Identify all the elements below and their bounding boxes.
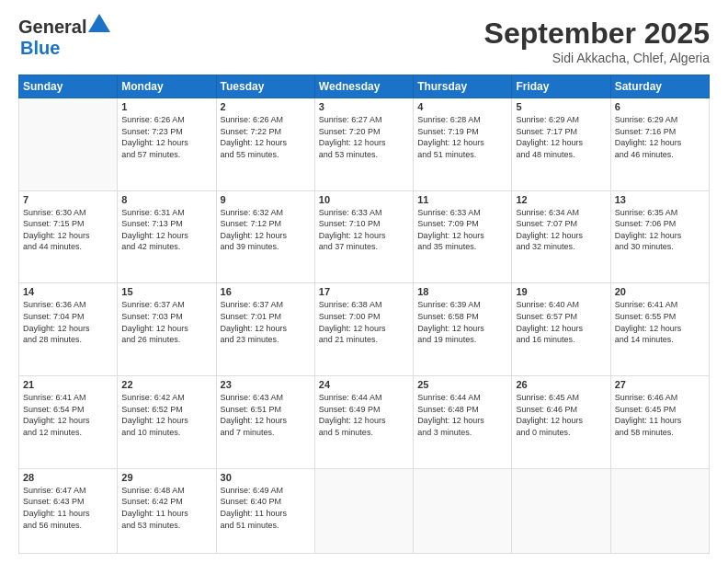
calendar-table: SundayMondayTuesdayWednesdayThursdayFrid… xyxy=(18,75,710,554)
calendar-day xyxy=(314,468,413,553)
day-info: Sunrise: 6:39 AM Sunset: 6:58 PM Dayligh… xyxy=(417,299,507,345)
day-info: Sunrise: 6:37 AM Sunset: 7:03 PM Dayligh… xyxy=(121,299,211,345)
calendar-day: 30Sunrise: 6:49 AM Sunset: 6:40 PM Dayli… xyxy=(216,468,314,553)
day-number: 10 xyxy=(319,194,409,205)
day-number: 26 xyxy=(516,379,606,390)
calendar-week-row: 1Sunrise: 6:26 AM Sunset: 7:23 PM Daylig… xyxy=(19,98,710,191)
day-number: 30 xyxy=(221,472,311,483)
day-info: Sunrise: 6:28 AM Sunset: 7:19 PM Dayligh… xyxy=(417,114,507,160)
day-header-friday: Friday xyxy=(512,75,610,98)
calendar-day: 6Sunrise: 6:29 AM Sunset: 7:16 PM Daylig… xyxy=(610,98,709,191)
day-info: Sunrise: 6:26 AM Sunset: 7:23 PM Dayligh… xyxy=(121,114,211,160)
day-info: Sunrise: 6:46 AM Sunset: 6:45 PM Dayligh… xyxy=(615,392,705,438)
calendar-week-row: 7Sunrise: 6:30 AM Sunset: 7:15 PM Daylig… xyxy=(19,190,710,283)
day-info: Sunrise: 6:44 AM Sunset: 6:49 PM Dayligh… xyxy=(319,392,409,438)
location: Sidi Akkacha, Chlef, Algeria xyxy=(484,51,710,65)
day-info: Sunrise: 6:33 AM Sunset: 7:10 PM Dayligh… xyxy=(319,207,409,253)
day-number: 7 xyxy=(23,194,113,205)
day-number: 24 xyxy=(319,379,409,390)
day-info: Sunrise: 6:29 AM Sunset: 7:17 PM Dayligh… xyxy=(516,114,606,160)
day-info: Sunrise: 6:42 AM Sunset: 6:52 PM Dayligh… xyxy=(121,392,211,438)
day-number: 28 xyxy=(23,472,113,483)
day-info: Sunrise: 6:44 AM Sunset: 6:48 PM Dayligh… xyxy=(417,392,507,438)
calendar-week-row: 21Sunrise: 6:41 AM Sunset: 6:54 PM Dayli… xyxy=(19,376,710,469)
day-header-monday: Monday xyxy=(118,75,216,98)
calendar-day xyxy=(414,468,512,553)
logo-general: General xyxy=(18,17,86,38)
calendar-day: 28Sunrise: 6:47 AM Sunset: 6:43 PM Dayli… xyxy=(19,468,118,553)
day-info: Sunrise: 6:38 AM Sunset: 7:00 PM Dayligh… xyxy=(319,299,409,345)
day-info: Sunrise: 6:45 AM Sunset: 6:46 PM Dayligh… xyxy=(516,392,606,438)
calendar-day: 23Sunrise: 6:43 AM Sunset: 6:51 PM Dayli… xyxy=(216,376,314,469)
day-info: Sunrise: 6:26 AM Sunset: 7:22 PM Dayligh… xyxy=(221,114,311,160)
day-header-tuesday: Tuesday xyxy=(216,75,314,98)
day-number: 16 xyxy=(221,286,311,297)
day-info: Sunrise: 6:49 AM Sunset: 6:40 PM Dayligh… xyxy=(221,485,311,531)
day-number: 22 xyxy=(121,379,211,390)
calendar-day xyxy=(512,468,610,553)
logo-blue: Blue xyxy=(20,38,60,58)
day-number: 4 xyxy=(417,101,507,112)
calendar-day: 3Sunrise: 6:27 AM Sunset: 7:20 PM Daylig… xyxy=(314,98,413,191)
day-number: 20 xyxy=(615,286,705,297)
day-header-wednesday: Wednesday xyxy=(314,75,413,98)
day-header-thursday: Thursday xyxy=(414,75,512,98)
calendar-day: 25Sunrise: 6:44 AM Sunset: 6:48 PM Dayli… xyxy=(414,376,512,469)
day-number: 27 xyxy=(615,379,705,390)
day-number: 29 xyxy=(121,472,211,483)
calendar-day: 24Sunrise: 6:44 AM Sunset: 6:49 PM Dayli… xyxy=(314,376,413,469)
calendar-day: 9Sunrise: 6:32 AM Sunset: 7:12 PM Daylig… xyxy=(216,190,314,283)
day-info: Sunrise: 6:47 AM Sunset: 6:43 PM Dayligh… xyxy=(23,485,113,531)
calendar-day: 2Sunrise: 6:26 AM Sunset: 7:22 PM Daylig… xyxy=(216,98,314,191)
calendar-day: 14Sunrise: 6:36 AM Sunset: 7:04 PM Dayli… xyxy=(19,283,118,376)
calendar-day: 18Sunrise: 6:39 AM Sunset: 6:58 PM Dayli… xyxy=(414,283,512,376)
day-info: Sunrise: 6:36 AM Sunset: 7:04 PM Dayligh… xyxy=(23,299,113,345)
calendar-week-row: 28Sunrise: 6:47 AM Sunset: 6:43 PM Dayli… xyxy=(19,468,710,553)
day-number: 5 xyxy=(516,101,606,112)
calendar-day: 12Sunrise: 6:34 AM Sunset: 7:07 PM Dayli… xyxy=(512,190,610,283)
calendar-day xyxy=(610,468,709,553)
day-number: 25 xyxy=(417,379,507,390)
calendar-day: 5Sunrise: 6:29 AM Sunset: 7:17 PM Daylig… xyxy=(512,98,610,191)
day-info: Sunrise: 6:40 AM Sunset: 6:57 PM Dayligh… xyxy=(516,299,606,345)
calendar-header-row: SundayMondayTuesdayWednesdayThursdayFrid… xyxy=(19,75,710,98)
title-block: September 2025 Sidi Akkacha, Chlef, Alge… xyxy=(484,17,710,65)
day-number: 17 xyxy=(319,286,409,297)
calendar-day: 13Sunrise: 6:35 AM Sunset: 7:06 PM Dayli… xyxy=(610,190,709,283)
day-number: 12 xyxy=(516,194,606,205)
calendar-day: 21Sunrise: 6:41 AM Sunset: 6:54 PM Dayli… xyxy=(19,376,118,469)
logo: General Blue xyxy=(18,17,110,59)
day-info: Sunrise: 6:48 AM Sunset: 6:42 PM Dayligh… xyxy=(121,485,211,531)
header: General Blue September 2025 Sidi Akkacha… xyxy=(18,17,710,65)
calendar-day: 4Sunrise: 6:28 AM Sunset: 7:19 PM Daylig… xyxy=(414,98,512,191)
day-info: Sunrise: 6:32 AM Sunset: 7:12 PM Dayligh… xyxy=(221,207,311,253)
day-info: Sunrise: 6:41 AM Sunset: 6:55 PM Dayligh… xyxy=(615,299,705,345)
day-number: 15 xyxy=(121,286,211,297)
logo-icon xyxy=(88,14,110,32)
day-info: Sunrise: 6:35 AM Sunset: 7:06 PM Dayligh… xyxy=(615,207,705,253)
calendar-day: 20Sunrise: 6:41 AM Sunset: 6:55 PM Dayli… xyxy=(610,283,709,376)
calendar-day: 26Sunrise: 6:45 AM Sunset: 6:46 PM Dayli… xyxy=(512,376,610,469)
day-info: Sunrise: 6:41 AM Sunset: 6:54 PM Dayligh… xyxy=(23,392,113,438)
day-header-sunday: Sunday xyxy=(19,75,118,98)
calendar-day: 16Sunrise: 6:37 AM Sunset: 7:01 PM Dayli… xyxy=(216,283,314,376)
day-number: 2 xyxy=(221,101,311,112)
day-info: Sunrise: 6:34 AM Sunset: 7:07 PM Dayligh… xyxy=(516,207,606,253)
calendar-day: 10Sunrise: 6:33 AM Sunset: 7:10 PM Dayli… xyxy=(314,190,413,283)
day-number: 3 xyxy=(319,101,409,112)
day-header-saturday: Saturday xyxy=(610,75,709,98)
calendar-day: 1Sunrise: 6:26 AM Sunset: 7:23 PM Daylig… xyxy=(118,98,216,191)
day-info: Sunrise: 6:31 AM Sunset: 7:13 PM Dayligh… xyxy=(121,207,211,253)
day-number: 8 xyxy=(121,194,211,205)
day-info: Sunrise: 6:43 AM Sunset: 6:51 PM Dayligh… xyxy=(221,392,311,438)
day-number: 21 xyxy=(23,379,113,390)
calendar-day: 27Sunrise: 6:46 AM Sunset: 6:45 PM Dayli… xyxy=(610,376,709,469)
calendar-day: 8Sunrise: 6:31 AM Sunset: 7:13 PM Daylig… xyxy=(118,190,216,283)
calendar-day xyxy=(19,98,118,191)
calendar-week-row: 14Sunrise: 6:36 AM Sunset: 7:04 PM Dayli… xyxy=(19,283,710,376)
calendar-day: 15Sunrise: 6:37 AM Sunset: 7:03 PM Dayli… xyxy=(118,283,216,376)
page: General Blue September 2025 Sidi Akkacha… xyxy=(0,0,728,563)
calendar-day: 17Sunrise: 6:38 AM Sunset: 7:00 PM Dayli… xyxy=(314,283,413,376)
day-number: 19 xyxy=(516,286,606,297)
day-number: 18 xyxy=(417,286,507,297)
